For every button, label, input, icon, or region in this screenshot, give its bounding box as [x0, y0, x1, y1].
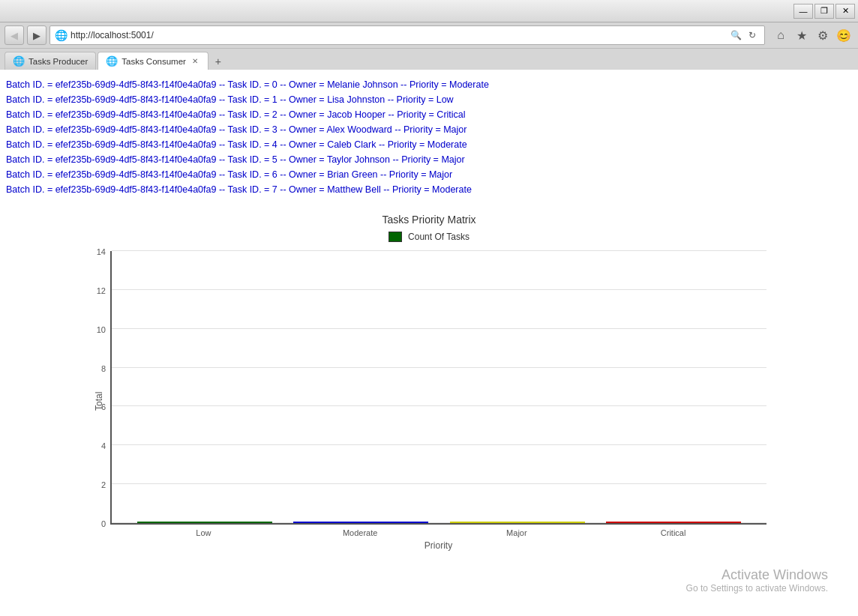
y-ticks: 02468101214 [83, 251, 110, 523]
x-label-critical: Critical [606, 528, 741, 537]
y-tick-label: 8 [83, 364, 106, 373]
bar-wrapper [137, 522, 272, 523]
y-tick-label: 0 [83, 519, 106, 528]
nav-bar: ◀ ▶ 🌐 http://localhost:5001/ 🔍 ↻ ⌂ ★ ⚙ 😊 [0, 22, 858, 49]
toolbar-icons: ⌂ ★ ⚙ 😊 [771, 25, 854, 45]
x-label-low: Low [136, 528, 271, 537]
search-address-button[interactable]: 🔍 [728, 28, 743, 43]
y-tick-label: 4 [83, 441, 106, 450]
x-labels: LowModerateMajorCritical [110, 525, 766, 537]
bars-group [112, 251, 766, 523]
tab-tasks-producer[interactable]: 🌐 Tasks Producer [4, 52, 96, 70]
address-url: http://localhost:5001/ [70, 30, 725, 40]
bar-wrapper [293, 522, 428, 523]
new-tab-button[interactable]: + [210, 53, 226, 70]
tab-consumer-close[interactable]: ✕ [190, 56, 200, 67]
back-button[interactable]: ◀ [4, 25, 24, 45]
refresh-address-button[interactable]: ↻ [745, 28, 760, 43]
windows-watermark: Activate Windows Go to Settings to activ… [686, 567, 828, 594]
chart-title: Tasks Priority Matrix [92, 214, 766, 226]
watermark-line2: Go to Settings to activate Windows. [686, 583, 828, 594]
browser-icon: 🌐 [55, 29, 68, 41]
bar-moderate [293, 522, 428, 523]
bar-wrapper [450, 522, 585, 523]
log-line: Batch ID. = efef235b-69d9-4df5-8f43-f14f… [6, 77, 852, 92]
y-tick-label: 2 [83, 480, 106, 489]
title-bar-buttons: — ❐ ✕ [794, 4, 855, 19]
watermark-line1: Activate Windows [686, 567, 828, 583]
minimize-button[interactable]: — [794, 4, 813, 19]
x-axis-label: Priority [110, 540, 766, 551]
tab-producer-label: Tasks Producer [28, 57, 88, 66]
legend-label: Count Of Tasks [408, 232, 470, 242]
log-line: Batch ID. = efef235b-69d9-4df5-8f43-f14f… [6, 92, 852, 107]
home-button[interactable]: ⌂ [771, 25, 790, 45]
legend-color-box [388, 232, 402, 242]
close-button[interactable]: ✕ [836, 4, 855, 19]
chart-section: Tasks Priority Matrix Count Of Tasks Tot… [76, 206, 782, 558]
address-bar: 🌐 http://localhost:5001/ 🔍 ↻ [50, 25, 765, 45]
forward-button[interactable]: ▶ [27, 25, 46, 45]
log-line: Batch ID. = efef235b-69d9-4df5-8f43-f14f… [6, 137, 852, 152]
log-section: Batch ID. = efef235b-69d9-4df5-8f43-f14f… [0, 76, 858, 199]
log-line: Batch ID. = efef235b-69d9-4df5-8f43-f14f… [6, 152, 852, 167]
tab-consumer-icon: 🌐 [106, 55, 118, 67]
bar-wrapper [606, 522, 741, 523]
chart-container: Total 02468101214 LowModerateMajorCritic… [92, 251, 766, 551]
y-tick-label: 6 [83, 402, 106, 411]
bar-critical [606, 522, 741, 523]
tab-tasks-consumer[interactable]: 🌐 Tasks Consumer ✕ [98, 52, 208, 70]
log-line: Batch ID. = efef235b-69d9-4df5-8f43-f14f… [6, 107, 852, 122]
maximize-button[interactable]: ❐ [814, 4, 834, 19]
tab-producer-icon: 🌐 [13, 55, 25, 67]
emoji-button[interactable]: 😊 [834, 25, 854, 45]
favorites-button[interactable]: ★ [792, 25, 812, 45]
log-line: Batch ID. = efef235b-69d9-4df5-8f43-f14f… [6, 167, 852, 182]
chart-inner: 02468101214 LowModerateMajorCritical Pri… [110, 251, 766, 551]
chart-legend: Count Of Tasks [92, 232, 766, 242]
log-line: Batch ID. = efef235b-69d9-4df5-8f43-f14f… [6, 182, 852, 197]
chart-plot: 02468101214 [110, 251, 766, 525]
tabs-bar: 🌐 Tasks Producer 🌐 Tasks Consumer ✕ + [0, 49, 858, 70]
bar-major [450, 522, 585, 523]
title-bar: — ❐ ✕ [0, 0, 858, 22]
x-label-major: Major [449, 528, 584, 537]
tab-consumer-label: Tasks Consumer [122, 57, 186, 66]
bar-low [137, 522, 272, 523]
x-label-moderate: Moderate [292, 528, 428, 537]
y-tick-label: 10 [83, 325, 106, 334]
settings-button[interactable]: ⚙ [813, 25, 832, 45]
page-content: Batch ID. = efef235b-69d9-4df5-8f43-f14f… [0, 70, 858, 616]
log-line: Batch ID. = efef235b-69d9-4df5-8f43-f14f… [6, 122, 852, 137]
y-tick-label: 12 [83, 286, 106, 295]
y-tick-label: 14 [83, 247, 106, 256]
